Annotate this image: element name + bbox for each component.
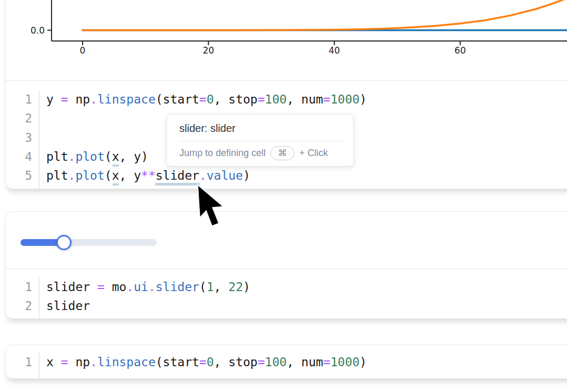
matplotlib-output: 0.00204060 xyxy=(6,0,567,80)
line-number: 4 xyxy=(6,147,32,166)
code-token: = xyxy=(323,355,330,369)
code-line[interactable]: x = np.linspace(start=0, stop=100, num=1… xyxy=(46,353,367,372)
line-number: 2 xyxy=(6,109,32,128)
code-token: ) xyxy=(141,150,148,163)
code-token: 0 xyxy=(207,92,214,106)
line-number: 5 xyxy=(6,166,32,185)
code-token: , xyxy=(214,92,229,106)
code-token: = xyxy=(61,355,68,369)
code-token: , y xyxy=(119,169,141,182)
code-token: 1000 xyxy=(330,92,359,106)
notebook-cell-x: 1x = np.linspace(start=0, stop=100, num=… xyxy=(5,345,567,379)
code-token: , xyxy=(214,280,229,294)
command-key-badge: ⌘ xyxy=(270,146,295,160)
code-editor[interactable]: 1x = np.linspace(start=0, stop=100, num=… xyxy=(6,345,567,378)
code-token: start xyxy=(163,355,199,369)
code-token: , y xyxy=(119,150,141,163)
code-token: 100 xyxy=(265,92,287,106)
code-token: 1 xyxy=(207,280,214,294)
line-number: 2 xyxy=(6,296,32,315)
code-lines[interactable]: slider = mo.ui.slider(1, 22)slider xyxy=(39,277,250,318)
code-token: stop xyxy=(228,92,257,106)
variable-reference[interactable]: x xyxy=(112,150,119,163)
code-token: . xyxy=(68,150,76,163)
line-chart: 0.00204060 xyxy=(6,0,567,80)
code-token: mo xyxy=(105,280,127,294)
code-token: y xyxy=(46,92,61,106)
line-number-gutter: 12345 xyxy=(6,90,39,189)
code-token: linspace xyxy=(97,92,156,106)
code-token: np xyxy=(68,92,90,106)
line-number-gutter: 1 xyxy=(6,353,39,378)
code-token: slider xyxy=(46,299,90,313)
code-token: 100 xyxy=(265,355,287,369)
code-token: ( xyxy=(199,280,207,294)
line-number-gutter: 12 xyxy=(6,277,39,318)
code-editor[interactable]: 12slider = mo.ui.slider(1, 22)slider xyxy=(6,269,567,318)
code-token: plt xyxy=(46,150,68,163)
line-number: 1 xyxy=(6,277,32,296)
code-token: plt xyxy=(46,169,68,182)
x-tick-label: 60 xyxy=(454,45,466,56)
code-token: ) xyxy=(360,92,367,106)
variable-tooltip: slider: slider Jump to defining cell ⌘ +… xyxy=(166,114,354,167)
code-token: = xyxy=(199,92,207,106)
code-token: ui xyxy=(134,280,148,294)
tooltip-variable-label: slider: slider xyxy=(167,115,353,141)
code-token: plot xyxy=(75,169,104,182)
code-token: ) xyxy=(243,280,250,294)
series-line xyxy=(83,0,567,30)
code-token: linspace xyxy=(97,355,156,369)
code-line[interactable]: slider = mo.ui.slider(1, 22) xyxy=(46,277,250,296)
x-tick-label: 0 xyxy=(80,45,86,56)
code-token: , xyxy=(287,92,301,106)
code-token: = xyxy=(258,92,265,106)
code-token: value xyxy=(207,169,243,182)
code-token: ( xyxy=(105,169,112,182)
code-token: ( xyxy=(156,92,163,106)
slider-thumb[interactable] xyxy=(56,235,72,250)
code-token: 1000 xyxy=(330,355,359,369)
code-token: np xyxy=(68,355,90,369)
code-token: , xyxy=(214,355,229,369)
jump-to-defining-cell-label: Jump to defining cell xyxy=(179,148,266,159)
code-token: . xyxy=(199,169,207,182)
code-token: slider xyxy=(156,280,199,294)
code-lines[interactable]: x = np.linspace(start=0, stop=100, num=1… xyxy=(39,353,367,378)
code-token: ( xyxy=(156,355,163,369)
code-token: = xyxy=(199,355,207,369)
variable-reference[interactable]: slider xyxy=(156,169,199,182)
code-token: = xyxy=(258,355,265,369)
code-token: start xyxy=(163,92,199,106)
y-tick-label: 0.0 xyxy=(31,25,45,36)
notebook-cell-slider: 12slider = mo.ui.slider(1, 22)slider xyxy=(5,211,567,319)
code-token: ( xyxy=(105,150,112,163)
variable-reference[interactable]: x xyxy=(112,169,119,182)
slider-widget[interactable] xyxy=(21,235,157,250)
code-token: plot xyxy=(75,150,104,163)
code-token: . xyxy=(90,92,97,106)
code-line[interactable]: y = np.linspace(start=0, stop=100, num=1… xyxy=(46,90,367,109)
code-token: = xyxy=(323,92,330,106)
code-token: . xyxy=(148,280,156,294)
code-token: x xyxy=(46,355,61,369)
code-token: . xyxy=(90,355,97,369)
slider-track[interactable] xyxy=(21,239,157,246)
mouse-cursor-icon xyxy=(197,184,226,230)
code-token: . xyxy=(126,280,134,294)
code-token: num xyxy=(301,92,323,106)
code-token: . xyxy=(68,169,76,182)
axis-spines xyxy=(52,0,567,41)
code-token: num xyxy=(301,355,323,369)
code-token: 22 xyxy=(228,280,243,294)
code-token: , xyxy=(287,355,301,369)
code-token: ** xyxy=(141,169,156,182)
code-line[interactable]: plt.plot(x, y**slider.value) xyxy=(46,166,367,185)
code-token: ) xyxy=(243,169,250,182)
code-token: ) xyxy=(360,355,367,369)
code-line[interactable]: slider xyxy=(46,296,250,315)
code-token: = xyxy=(61,92,68,106)
click-hint-label: + Click xyxy=(299,148,328,159)
jump-to-defining-cell-action[interactable]: Jump to defining cell ⌘ + Click xyxy=(167,141,353,166)
code-token: stop xyxy=(228,355,257,369)
